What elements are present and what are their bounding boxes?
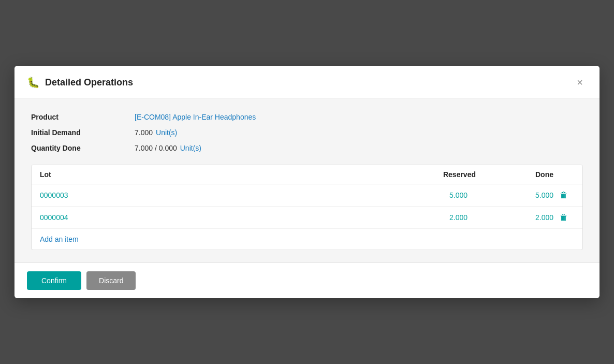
table-row: 0000003 5.000 5.000 🗑 [32, 184, 582, 207]
header-left: 🐛 Detailed Operations [27, 76, 133, 89]
modal-header: 🐛 Detailed Operations × [14, 66, 600, 98]
lot-value-1[interactable]: 0000003 [40, 191, 372, 199]
product-value-link[interactable]: [E-COM08] Apple In-Ear Headphones [135, 113, 256, 121]
product-label: Product [31, 113, 135, 121]
delete-row-1-button[interactable]: 🗑 [558, 190, 570, 201]
col-lot: Lot [40, 170, 372, 179]
close-button[interactable]: × [573, 75, 587, 90]
delete-row-2-button[interactable]: 🗑 [558, 212, 570, 223]
initial-demand-qty: 7.000 [135, 128, 153, 137]
confirm-button[interactable]: Confirm [27, 271, 81, 290]
lot-value-2[interactable]: 0000004 [40, 213, 372, 222]
quantity-done-value: 7.000 / 0.000 [135, 144, 177, 152]
detailed-operations-modal: 🐛 Detailed Operations × Product [E-COM08… [14, 66, 600, 298]
initial-demand-field-row: Initial Demand 7.000 Unit(s) [31, 128, 583, 137]
done-value-2: 2.000 [476, 213, 553, 222]
quantity-done-label: Quantity Done [31, 144, 135, 152]
done-value-1: 5.000 [476, 191, 553, 199]
table-header: Lot Reserved Done [32, 165, 582, 184]
add-item-row: Add an item [32, 229, 582, 250]
lot-table: Lot Reserved Done 0000003 5.000 5.000 🗑 … [31, 165, 583, 250]
initial-demand-unit: Unit(s) [156, 128, 177, 137]
add-item-button[interactable]: Add an item [40, 235, 79, 243]
col-done: Done [476, 170, 553, 179]
col-actions [553, 170, 574, 179]
quantity-done-field-row: Quantity Done 7.000 / 0.000 Unit(s) [31, 144, 583, 152]
col-reserved: Reserved [372, 170, 476, 179]
modal-body: Product [E-COM08] Apple In-Ear Headphone… [14, 98, 600, 263]
modal-footer: Confirm Discard [14, 263, 600, 298]
bug-icon: 🐛 [27, 76, 40, 89]
fields-section: Product [E-COM08] Apple In-Ear Headphone… [31, 113, 583, 152]
initial-demand-label: Initial Demand [31, 128, 135, 137]
reserved-value-1: 5.000 [372, 191, 476, 199]
modal-title: Detailed Operations [45, 77, 133, 88]
reserved-value-2: 2.000 [372, 213, 476, 222]
quantity-done-unit: Unit(s) [180, 144, 201, 152]
table-row: 0000004 2.000 2.000 🗑 [32, 207, 582, 229]
discard-button[interactable]: Discard [86, 271, 136, 290]
product-field-row: Product [E-COM08] Apple In-Ear Headphone… [31, 113, 583, 121]
